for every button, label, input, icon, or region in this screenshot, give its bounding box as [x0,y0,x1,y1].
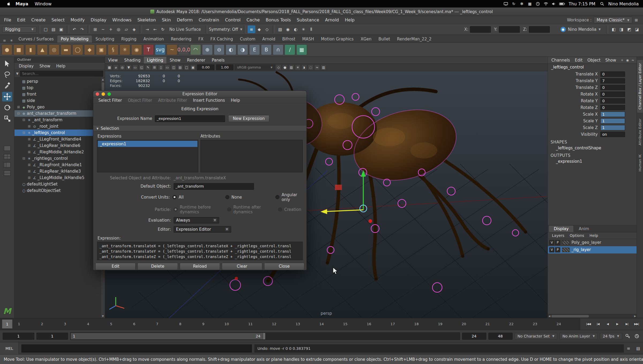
channel-value-field[interactable]: 1 [600,112,625,117]
field-chart-icon[interactable]: ▤ [177,65,183,70]
camera-attributes-icon[interactable]: ◎ [119,65,125,70]
clear-button[interactable]: Clear [222,263,262,270]
animation-start-field[interactable] [36,333,68,340]
poly-helix-icon[interactable]: § [108,44,118,55]
pause-viewport-icon[interactable]: Ⅱ [307,25,315,33]
shelf-tab[interactable]: Rigging [118,36,140,43]
playback-start-field[interactable] [3,333,34,340]
time-slider[interactable]: 1 12345678910111213141516171819202122232… [0,318,643,330]
timeline-tick[interactable]: 14 [319,322,324,326]
lock-camera-icon[interactable]: ⌀ [113,65,119,70]
layer-visibility-toggle[interactable]: V [549,240,554,245]
menu-item[interactable]: Bonus Tools [263,17,294,22]
command-language-toggle[interactable]: MEL [0,342,19,354]
render-view-icon[interactable]: ▧ [276,25,284,33]
channel-value-field[interactable]: 0 [600,71,625,77]
expression-editor-window[interactable]: Expression Editor Select FilterObject Fi… [93,90,307,270]
viewport-shading-menu[interactable]: Shading [121,57,144,63]
combine-icon[interactable]: ⊕ [202,44,213,55]
sweep-mesh-icon[interactable]: ~ [167,44,177,55]
menu-item[interactable]: Constrain [196,17,222,22]
menu-item[interactable]: Arnold [322,17,342,22]
expander-icon[interactable]: ⊞ [27,150,32,154]
expander-icon[interactable]: ⊟ [21,157,26,160]
layout-persp-outliner-button[interactable] [2,161,12,168]
shelf-tab[interactable]: Animation [140,36,167,43]
menu-item[interactable]: Help [342,17,357,22]
command-history-icon[interactable]: ≡ [625,345,632,352]
outliner-row-llegrear-ikhandle6[interactable]: ⊞∠_LLegRear_ikHandle6 [14,142,105,149]
expander-icon[interactable]: ⊞ [27,163,32,167]
lasso-tool-icon[interactable] [2,70,12,79]
scrollbar-thumb[interactable] [551,315,589,317]
toggle-channel-box-icon[interactable]: ◪ [633,25,641,33]
shelf-tab[interactable]: FX Caching [207,36,236,43]
menu-item[interactable]: Modify [68,17,88,22]
select-component-icon[interactable]: ◇ [263,25,271,33]
scroll-down-icon[interactable]: ▼ [102,314,104,318]
menu-item[interactable]: Create [28,17,48,22]
snap-to-curve-icon[interactable]: ~ [99,25,107,33]
scroll-right-icon[interactable]: ▶ [634,315,636,317]
fast-user-switch-menu[interactable]: Nino Mendolia [608,1,639,6]
current-frame-indicator[interactable]: 1 [2,320,12,328]
outliner-row-side[interactable]: ▤side [14,97,105,104]
poly-pipe-icon[interactable]: ▣ [96,44,107,55]
timeline-tick[interactable]: 4 [86,322,90,326]
timeline-tick[interactable]: 21 [485,322,490,326]
channel-attr-row[interactable]: Rotate Z0 [548,104,637,111]
channel-value-field[interactable]: 0 [600,92,625,97]
go-to-start-button[interactable]: |◀◀ [584,320,593,328]
channel-value-field[interactable]: 0 [600,98,625,104]
viewport-lighting-menu[interactable]: Lighting [144,57,167,63]
poly-cube-icon[interactable]: ■ [13,44,24,55]
outliner-row-top[interactable]: ▤top [14,85,105,91]
symmetry-selector[interactable]: Symmetry: Off ▼ [209,27,242,32]
timeline-tick[interactable]: 3 [63,322,67,326]
select-hierarchy-icon[interactable]: ≡ [248,25,255,33]
convert-units-angular-radio[interactable]: Angular only [275,192,306,202]
input-connections-icon[interactable]: → [143,25,151,33]
channel-attr-row[interactable]: Rotate X0 [548,91,637,97]
new-scene-icon[interactable]: □ [42,25,50,33]
menu-item[interactable]: Control [222,17,244,22]
window-title-bar[interactable]: Autodesk Maya 2018: /Users/nmendolia/Doc… [0,7,643,16]
spotlight-search-icon[interactable] [599,1,605,6]
scroll-up-icon[interactable]: ▲ [102,78,104,81]
help-menu[interactable]: Help [228,98,243,103]
outliner-row-ant-character-transform[interactable]: ⊟⊕ant_character_transform [14,110,105,117]
boolean-difference-icon[interactable]: ◑ [237,44,248,55]
reload-button[interactable]: Reload [180,263,220,270]
channel-attr-row[interactable]: Scale Y1 [548,117,637,124]
layer-row-poly-geo[interactable]: V P Poly_geo_layer [548,239,637,246]
expression-name-input[interactable] [155,115,225,122]
bookmark-icon[interactable]: ▼ [126,65,132,70]
rotate-tool-icon[interactable] [2,103,12,112]
attributes-list[interactable] [200,140,303,172]
expressions-list[interactable]: _expression1 [97,140,198,172]
toggle-modeling-toolkit-icon[interactable]: ◧ [610,25,618,33]
channels-menu[interactable]: Channels [549,58,572,63]
battery-icon[interactable] [559,1,566,6]
outliner-row-ant-transform[interactable]: ⊟✳_ant_transform [14,117,105,123]
previous-frame-button[interactable]: |◀ [593,320,603,328]
shelf-tab[interactable]: MASH [299,36,317,43]
channel-manipulator-icon[interactable]: + [619,58,625,63]
xray-icon[interactable]: ▥ [321,65,326,70]
shelf-tab[interactable]: XGen [357,36,375,43]
make-live-icon[interactable]: ◈ [130,25,138,33]
snap-to-point-icon[interactable]: + [107,25,115,33]
layer-row-rig-layer[interactable]: V P _rig_layer [548,246,637,253]
extrude-icon[interactable]: E [249,44,260,55]
menu-item[interactable]: Cache [244,17,263,22]
input-source-icon[interactable]: ▦ [526,1,533,6]
multi-cut-icon[interactable]: / [285,44,295,55]
poly-sphere-icon[interactable]: ● [2,44,12,55]
tab-attribute-editor[interactable]: Attribute Editor [637,115,643,149]
outliner-row-leftlegs-control[interactable]: ⊟✳_leftlegs_control [14,130,105,136]
channel-attr-row[interactable]: Scale Z1 [548,124,637,131]
channel-value-field[interactable]: 1 [600,125,625,130]
toggle-tool-settings-icon[interactable]: ◩ [625,25,633,33]
move-tool-icon[interactable] [2,92,12,101]
undo-icon[interactable]: ↶ [70,25,78,33]
